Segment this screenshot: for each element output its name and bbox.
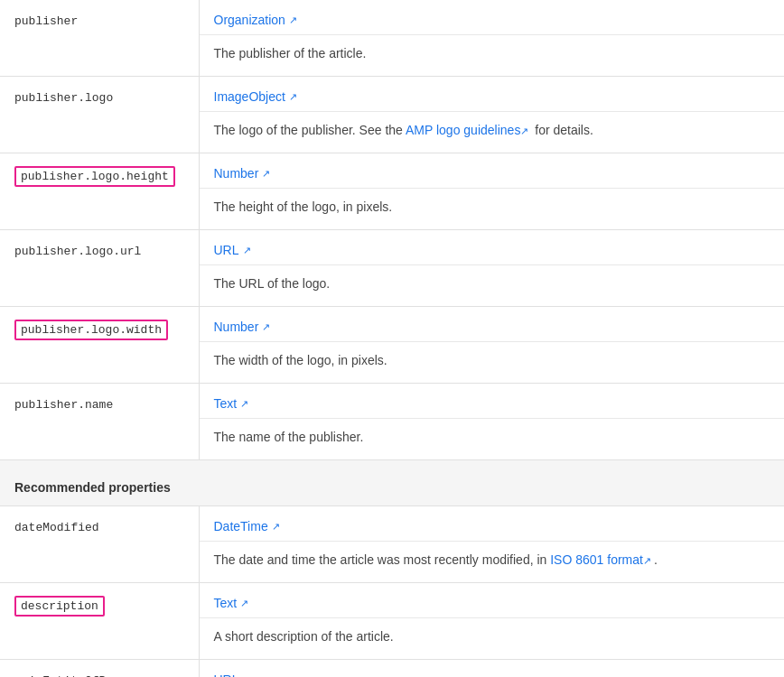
- desc-row: The width of the logo, in pixels.: [200, 342, 785, 383]
- recommended-label: Recommended properties: [14, 480, 171, 495]
- description-text: The logo of the publisher. See the AMP l…: [214, 123, 593, 137]
- detail-cell: URL ↗ The canonical URL of the article p…: [199, 659, 784, 677]
- type-link[interactable]: DateTime ↗: [214, 519, 283, 533]
- detail-cell: Number ↗ The height of the logo, in pixe…: [199, 153, 784, 230]
- type-label: URL: [214, 243, 239, 257]
- property-name: description: [14, 596, 105, 617]
- type-label: Text: [214, 596, 238, 610]
- recommended-header-row: Recommended properties: [0, 469, 784, 506]
- inline-link[interactable]: AMP logo guidelines: [406, 123, 520, 137]
- type-label: Number: [214, 166, 259, 181]
- property-cell: mainEntityOfPage: [0, 659, 199, 677]
- type-link[interactable]: ImageObject ↗: [214, 89, 300, 104]
- type-row: DateTime ↗: [200, 506, 785, 542]
- type-link[interactable]: Text ↗: [214, 596, 252, 610]
- recommended-section-header: Recommended properties: [0, 469, 784, 506]
- detail-cell: Organization ↗ The publisher of the arti…: [199, 0, 784, 77]
- description-text: The URL of the logo.: [214, 276, 331, 291]
- type-row: ImageObject ↗: [200, 77, 785, 112]
- desc-row: The logo of the publisher. See the AMP l…: [200, 112, 785, 153]
- property-name: mainEntityOfPage: [14, 674, 127, 678]
- type-link[interactable]: Text ↗: [214, 396, 252, 411]
- external-link-icon: ↗: [240, 398, 251, 409]
- property-cell: publisher: [0, 0, 199, 77]
- table-row: publisher.logo ImageObject ↗ The logo of…: [0, 77, 784, 153]
- description-text: The height of the logo, in pixels.: [214, 199, 393, 214]
- external-link-icon: ↗: [240, 598, 251, 608]
- type-row: Number ↗: [200, 307, 785, 342]
- table-row: publisher.logo.height Number ↗ The heigh…: [0, 153, 784, 230]
- desc-row: The publisher of the article.: [200, 35, 785, 76]
- spacer-row: [0, 460, 784, 469]
- type-row: Text ↗: [200, 583, 785, 618]
- detail-cell: ImageObject ↗ The logo of the publisher.…: [199, 77, 784, 153]
- property-name: publisher.logo.height: [14, 166, 175, 187]
- detail-cell: DateTime ↗ The date and time the article…: [199, 505, 784, 582]
- type-label: DateTime: [214, 519, 268, 533]
- type-row: Organization ↗: [200, 0, 785, 35]
- external-link-icon: ↗: [643, 553, 654, 564]
- table-row: description Text ↗ A short description o…: [0, 582, 784, 659]
- property-cell: dateModified: [0, 505, 199, 582]
- type-link[interactable]: URL ↗: [214, 672, 254, 678]
- table-row: dateModified DateTime ↗ The date and tim…: [0, 505, 784, 582]
- type-link[interactable]: Number ↗: [214, 320, 274, 334]
- property-cell: publisher.logo.url: [0, 230, 199, 307]
- inline-link[interactable]: ISO 8601 format: [550, 552, 643, 567]
- property-name: publisher.logo.width: [14, 320, 168, 340]
- type-label: ImageObject: [214, 89, 285, 104]
- property-cell: description: [0, 582, 199, 659]
- property-cell: publisher.name: [0, 384, 199, 460]
- type-label: Text: [214, 396, 238, 411]
- external-link-icon: ↗: [262, 168, 273, 179]
- property-cell: publisher.logo: [0, 77, 199, 153]
- property-name: publisher: [14, 14, 78, 28]
- external-link-icon: ↗: [289, 91, 300, 102]
- type-row: URL ↗: [200, 230, 785, 265]
- property-name: dateModified: [14, 521, 99, 534]
- detail-cell: Text ↗ A short description of the articl…: [199, 582, 784, 659]
- description-text: The publisher of the article.: [214, 46, 367, 60]
- desc-row: The date and time the article was most r…: [200, 542, 785, 582]
- detail-cell: Text ↗ The name of the publisher.: [199, 384, 784, 460]
- type-row: Text ↗: [200, 384, 785, 419]
- type-link[interactable]: Organization ↗: [214, 13, 300, 27]
- type-label: Number: [214, 320, 259, 334]
- type-row: Number ↗: [200, 153, 785, 189]
- type-row: URL ↗: [200, 660, 785, 678]
- external-link-icon: ↗: [289, 14, 300, 25]
- table-row: publisher.name Text ↗ The name of the pu…: [0, 384, 784, 460]
- desc-row: The name of the publisher.: [200, 419, 785, 459]
- properties-table: publisher Organization ↗ The publisher o…: [0, 0, 784, 677]
- type-label: Organization: [214, 13, 285, 27]
- description-text: The name of the publisher.: [214, 430, 364, 444]
- external-link-icon: ↗: [243, 245, 254, 255]
- property-cell: publisher.logo.width: [0, 307, 199, 384]
- detail-cell: URL ↗ The URL of the logo.: [199, 230, 784, 307]
- external-link-icon: ↗: [243, 674, 254, 678]
- external-link-icon: ↗: [520, 124, 531, 134]
- property-cell: publisher.logo.height: [0, 153, 199, 230]
- desc-row: The height of the logo, in pixels.: [200, 189, 785, 229]
- table-row: publisher.logo.url URL ↗ The URL of the …: [0, 230, 784, 307]
- desc-row: The URL of the logo.: [200, 265, 785, 306]
- external-link-icon: ↗: [272, 521, 283, 532]
- table-row: publisher.logo.width Number ↗ The width …: [0, 307, 784, 384]
- description-text: A short description of the article.: [214, 629, 394, 644]
- property-name: publisher.logo.url: [14, 245, 141, 258]
- property-name: publisher.logo: [14, 91, 113, 105]
- detail-cell: Number ↗ The width of the logo, in pixel…: [199, 307, 784, 384]
- external-link-icon: ↗: [262, 321, 273, 332]
- description-text: The width of the logo, in pixels.: [214, 353, 387, 367]
- desc-row: A short description of the article.: [200, 618, 785, 659]
- type-label: URL: [214, 672, 239, 678]
- description-text: The date and time the article was most r…: [214, 552, 658, 567]
- table-row: publisher Organization ↗ The publisher o…: [0, 0, 784, 77]
- table-row: mainEntityOfPage URL ↗ The canonical URL…: [0, 659, 784, 677]
- type-link[interactable]: URL ↗: [214, 243, 254, 257]
- type-link[interactable]: Number ↗: [214, 166, 274, 181]
- property-name: publisher.name: [14, 398, 113, 412]
